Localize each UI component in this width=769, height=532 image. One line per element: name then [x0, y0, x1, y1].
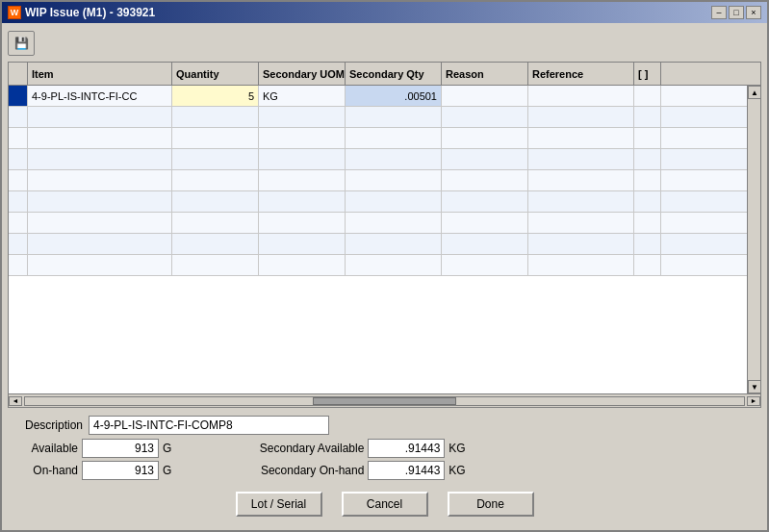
item-cell[interactable]: [28, 213, 172, 233]
reason-cell[interactable]: [442, 86, 528, 106]
col-header-reference: Reference: [528, 63, 634, 85]
reason-cell[interactable]: [442, 128, 528, 148]
secondary-uom-cell[interactable]: [259, 170, 346, 190]
reason-cell[interactable]: [442, 107, 528, 127]
secondary-uom-cell[interactable]: [259, 255, 346, 275]
secondary-uom-cell[interactable]: [259, 191, 346, 212]
scroll-down-button[interactable]: ▼: [748, 380, 760, 393]
table-row[interactable]: [9, 86, 747, 107]
secondary-qty-cell[interactable]: [346, 170, 442, 190]
reason-cell[interactable]: [442, 170, 528, 190]
scroll-left-button[interactable]: ◄: [9, 396, 22, 406]
app-icon: W: [8, 6, 21, 19]
scroll-up-button[interactable]: ▲: [748, 86, 760, 99]
row-select-cell: [9, 86, 28, 106]
secondary-qty-cell[interactable]: [346, 213, 442, 233]
table-row[interactable]: [9, 107, 747, 128]
extra-cell: [634, 128, 661, 148]
secondary-uom-cell[interactable]: [259, 128, 346, 148]
item-cell[interactable]: [28, 234, 172, 254]
table-row[interactable]: [9, 128, 747, 149]
item-cell[interactable]: [28, 107, 172, 127]
h-scrollbar-thumb[interactable]: [313, 397, 456, 405]
item-cell[interactable]: [28, 191, 172, 212]
reference-cell[interactable]: [528, 149, 634, 169]
secondary-uom-cell[interactable]: [259, 234, 346, 254]
secondary-uom-input[interactable]: [263, 90, 341, 102]
reference-cell[interactable]: [528, 128, 634, 148]
quantity-cell[interactable]: [172, 107, 259, 127]
item-cell[interactable]: [28, 128, 172, 148]
secondary-uom-cell[interactable]: [259, 213, 346, 233]
fields-container: Available 913 G On-hand 913 G Seco: [15, 439, 754, 480]
scroll-right-button[interactable]: ►: [747, 396, 760, 406]
reference-cell[interactable]: [528, 234, 634, 254]
lot-serial-button[interactable]: Lot / Serial: [236, 492, 322, 517]
reference-cell[interactable]: [528, 170, 634, 190]
item-cell[interactable]: [28, 149, 172, 169]
secondary-qty-cell[interactable]: [346, 128, 442, 148]
extra-cell: [634, 86, 661, 106]
sec-available-value: .91443: [368, 439, 445, 458]
secondary-uom-cell[interactable]: [259, 86, 346, 106]
extra-cell: [634, 213, 661, 233]
grid-container: Item Quantity Secondary UOM Secondary Qt…: [8, 62, 761, 408]
secondary-qty-cell[interactable]: [346, 149, 442, 169]
quantity-cell[interactable]: [172, 128, 259, 148]
h-scrollbar-track[interactable]: [24, 396, 745, 406]
reference-cell[interactable]: [528, 255, 634, 275]
table-row[interactable]: [9, 234, 747, 255]
horizontal-scrollbar-area: ◄ ►: [9, 393, 760, 407]
reason-cell[interactable]: [442, 234, 528, 254]
cancel-button[interactable]: Cancel: [342, 492, 428, 517]
quantity-input[interactable]: [176, 90, 254, 102]
close-button[interactable]: ×: [746, 6, 761, 19]
reference-input[interactable]: [532, 90, 629, 102]
quantity-cell[interactable]: [172, 191, 259, 212]
table-row[interactable]: [9, 213, 747, 234]
quantity-cell[interactable]: [172, 149, 259, 169]
quantity-cell[interactable]: [172, 86, 259, 106]
reference-cell[interactable]: [528, 86, 634, 106]
quantity-cell[interactable]: [172, 170, 259, 190]
reference-cell[interactable]: [528, 213, 634, 233]
maximize-button[interactable]: □: [729, 6, 744, 19]
item-cell[interactable]: [28, 86, 172, 106]
grid-header: Item Quantity Secondary UOM Secondary Qt…: [9, 63, 760, 86]
secondary-qty-cell[interactable]: [346, 255, 442, 275]
secondary-qty-cell[interactable]: [346, 107, 442, 127]
secondary-qty-cell[interactable]: [346, 191, 442, 212]
reason-cell[interactable]: [442, 191, 528, 212]
item-cell[interactable]: [28, 255, 172, 275]
quantity-cell[interactable]: [172, 255, 259, 275]
reason-cell[interactable]: [442, 149, 528, 169]
secondary-qty-input[interactable]: [349, 90, 437, 102]
reference-cell[interactable]: [528, 107, 634, 127]
col-header-quantity: Quantity: [172, 63, 259, 85]
reason-cell[interactable]: [442, 255, 528, 275]
available-uom: G: [163, 442, 171, 455]
item-input[interactable]: [32, 90, 167, 102]
table-row[interactable]: [9, 170, 747, 191]
reason-cell[interactable]: [442, 213, 528, 233]
save-button[interactable]: 💾: [8, 31, 35, 56]
secondary-uom-cell[interactable]: [259, 107, 346, 127]
table-row[interactable]: [9, 191, 747, 213]
table-row[interactable]: [9, 255, 747, 276]
buttons-row: Lot / Serial Cancel Done: [15, 484, 754, 520]
item-cell[interactable]: [28, 170, 172, 190]
col-header-secondary-qty: Secondary Qty: [346, 63, 442, 85]
reference-cell[interactable]: [528, 191, 634, 212]
table-row[interactable]: [9, 149, 747, 170]
secondary-qty-cell[interactable]: [346, 86, 442, 106]
quantity-cell[interactable]: [172, 234, 259, 254]
row-select-cell: [9, 107, 28, 127]
vertical-scrollbar[interactable]: ▲ ▼: [747, 86, 760, 393]
quantity-cell[interactable]: [172, 213, 259, 233]
reason-input[interactable]: [446, 90, 524, 102]
minimize-button[interactable]: –: [711, 6, 727, 19]
secondary-uom-cell[interactable]: [259, 149, 346, 169]
secondary-qty-cell[interactable]: [346, 234, 442, 254]
col-header-secondary-uom: Secondary UOM: [259, 63, 346, 85]
done-button[interactable]: Done: [448, 492, 534, 517]
